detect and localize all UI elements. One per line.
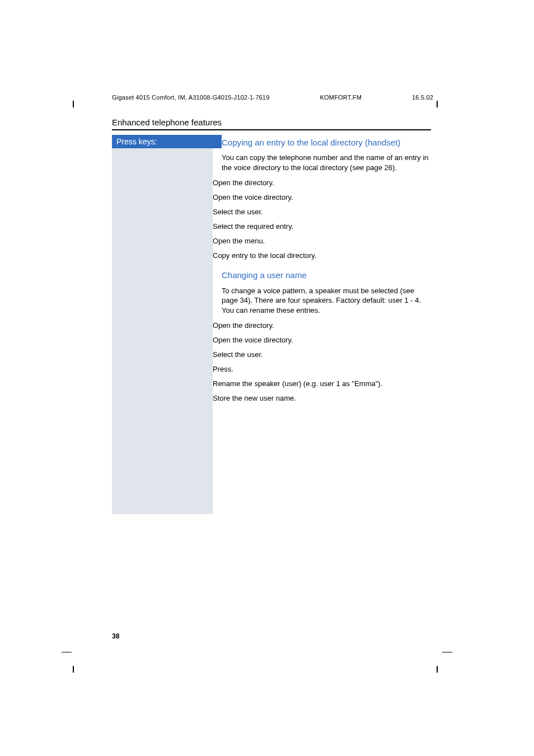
copy-step: Copy EntryOK Copy entry to the local dir… bbox=[222, 251, 431, 262]
intro-change-user: To change a voice pattern, a speaker mus… bbox=[222, 286, 431, 316]
crop-mark bbox=[73, 101, 74, 107]
rename-step: Save Store the new user name. bbox=[222, 393, 431, 405]
heading-change-user: Changing a user name bbox=[222, 270, 431, 281]
doc-id: Gigaset 4015 Comfort, IM, A31008-G4015-J… bbox=[112, 94, 270, 101]
rename-step: Select the user. bbox=[222, 350, 431, 361]
step-text: Open the voice directory. bbox=[213, 192, 431, 203]
doc-date: 16.5.02 bbox=[412, 94, 433, 101]
crop-mark bbox=[437, 666, 438, 673]
step-text: Open the menu. bbox=[213, 236, 431, 246]
rename-step: Open the directory. bbox=[222, 321, 431, 332]
press-keys-header: Press keys: bbox=[112, 135, 222, 148]
crop-mark bbox=[442, 652, 452, 652]
step-text: Select the required entry. bbox=[213, 222, 431, 232]
copy-step: Open the menu. bbox=[222, 236, 431, 247]
section-title: Enhanced telephone features bbox=[112, 118, 431, 130]
step-text: Rename the speaker (user) (e.g. user 1 a… bbox=[213, 379, 431, 389]
key-panel bbox=[112, 148, 213, 514]
step-text: Select the user. bbox=[213, 350, 431, 360]
crop-mark bbox=[62, 652, 72, 652]
crop-mark bbox=[437, 101, 438, 107]
crop-mark bbox=[73, 666, 74, 673]
rename-step: Change Press. bbox=[222, 364, 431, 375]
page: Gigaset 4015 Comfort, IM, A31008-G4015-J… bbox=[112, 94, 431, 514]
rename-step: Language Open the voice directory. bbox=[222, 335, 431, 346]
left-column: Press keys: bbox=[112, 135, 213, 514]
step-text: Open the directory. bbox=[213, 178, 431, 188]
heading-copy-entry: Copying an entry to the local directory … bbox=[222, 137, 431, 148]
page-header: Gigaset 4015 Comfort, IM, A31008-G4015-J… bbox=[112, 94, 431, 101]
content: Press keys: Copying an entry to the loca… bbox=[112, 135, 431, 514]
step-text: Press. bbox=[213, 364, 431, 374]
copy-step: Select the required entry. bbox=[222, 222, 431, 233]
step-text: Open the voice directory. bbox=[213, 335, 431, 345]
copy-step: OK Select the user. bbox=[222, 207, 431, 218]
right-column: Copying an entry to the local directory … bbox=[213, 135, 431, 408]
copy-step: Open the directory. bbox=[222, 178, 431, 189]
rename-step: Rename the speaker (user) (e.g. user 1 a… bbox=[222, 379, 431, 390]
intro-copy-entry: You can copy the telephone number and th… bbox=[222, 153, 431, 172]
doc-file: KOMFORT.FM bbox=[320, 94, 362, 101]
step-text: Open the directory. bbox=[213, 321, 431, 331]
step-text: Store the new user name. bbox=[213, 393, 431, 403]
step-text: Copy entry to the local directory. bbox=[213, 251, 431, 261]
step-text: Select the user. bbox=[213, 207, 431, 217]
copy-step: Language Open the voice directory. bbox=[222, 192, 431, 204]
page-number: 38 bbox=[112, 632, 119, 640]
